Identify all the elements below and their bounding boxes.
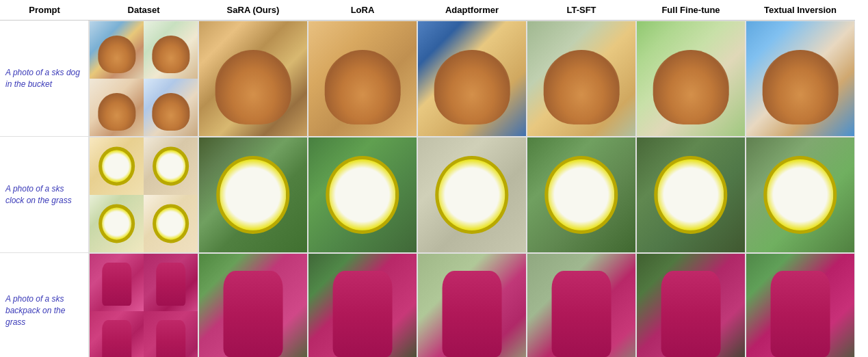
ltsft-backpack — [527, 253, 636, 357]
header-ltsft: LT-SFT — [527, 0, 636, 21]
fft-backpack — [636, 253, 746, 357]
dataset-clock-2 — [144, 137, 198, 195]
prompt-clock: A photo of a sks clock on the grass — [0, 137, 89, 253]
ti-backpack — [746, 253, 855, 357]
dataset-clock — [89, 137, 198, 253]
header-fft: Full Fine-tune — [636, 0, 746, 21]
ltsft-dog — [527, 21, 636, 137]
dataset-dog-4 — [144, 79, 198, 136]
header-ti: Textual Inversion — [746, 0, 855, 21]
dataset-dog-2 — [144, 21, 198, 79]
sara-dog — [198, 21, 308, 137]
lora-dog — [308, 21, 417, 137]
dataset-bp-3 — [90, 311, 144, 357]
dataset-dog-3 — [90, 79, 144, 136]
header-sara: SaRA (Ours) — [198, 0, 308, 21]
header-dataset: Dataset — [89, 0, 198, 21]
ltsft-clock — [527, 137, 636, 253]
sara-backpack — [198, 253, 308, 357]
dataset-clock-4 — [144, 195, 198, 252]
ti-clock — [746, 137, 855, 253]
fft-clock — [636, 137, 746, 253]
comparison-grid: Prompt Dataset SaRA (Ours) LoRA Adaptfor… — [0, 0, 868, 357]
header-prompt: Prompt — [0, 0, 89, 21]
dataset-dog — [89, 21, 198, 137]
dataset-backpack — [89, 253, 198, 357]
fft-dog — [636, 21, 746, 137]
header-adaptformer: Adaptformer — [417, 0, 527, 21]
lora-clock — [308, 137, 417, 253]
adapt-clock — [417, 137, 527, 253]
dataset-bp-2 — [144, 254, 198, 311]
ti-dog — [746, 21, 855, 137]
prompt-dog: A photo of a sks dog in the bucket — [0, 21, 89, 137]
lora-backpack — [308, 253, 417, 357]
dataset-bp-1 — [90, 254, 144, 311]
adapt-backpack — [417, 253, 527, 357]
prompt-backpack: A photo of a sks backpack on the grass — [0, 253, 89, 357]
dataset-dog-1 — [90, 21, 144, 79]
header-lora: LoRA — [308, 0, 417, 21]
dataset-bp-4 — [144, 311, 198, 357]
sara-clock — [198, 137, 308, 253]
adapt-dog — [417, 21, 527, 137]
dataset-clock-3 — [90, 195, 144, 252]
dataset-clock-1 — [90, 137, 144, 195]
